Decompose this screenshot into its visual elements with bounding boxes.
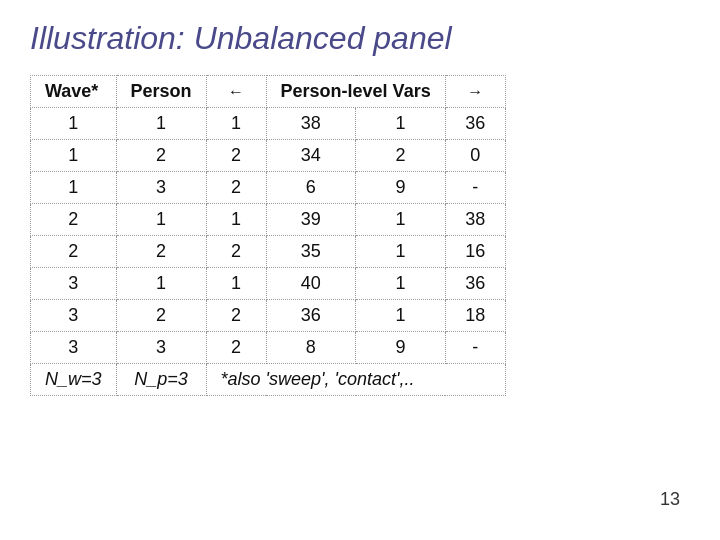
cell-wave: 1 — [31, 140, 117, 172]
cell-person: 1 — [116, 204, 206, 236]
cell-wave: 1 — [31, 108, 117, 140]
table-footer-row: N_w=3 N_p=3 *also 'sweep', 'contact',.. — [31, 364, 506, 396]
cell-person: 2 — [116, 140, 206, 172]
cell-c3: 1 — [356, 204, 446, 236]
cell-c2: 34 — [266, 140, 356, 172]
cell-c2: 38 — [266, 108, 356, 140]
cell-c4: 36 — [445, 268, 505, 300]
cell-c4: 0 — [445, 140, 505, 172]
cell-wave: 2 — [31, 204, 117, 236]
col-header-person: Person — [116, 76, 206, 108]
cell-person: 1 — [116, 268, 206, 300]
table-wrapper: Wave* Person ← Person-level Vars → 1 1 1… — [30, 75, 690, 520]
cell-c3: 9 — [356, 332, 446, 364]
cell-person: 2 — [116, 236, 206, 268]
table-row: 2 2 2 35 1 16 — [31, 236, 506, 268]
cell-c1: 2 — [206, 140, 266, 172]
cell-c1: 2 — [206, 332, 266, 364]
table-row: 1 1 1 38 1 36 — [31, 108, 506, 140]
cell-wave: 3 — [31, 332, 117, 364]
cell-person: 1 — [116, 108, 206, 140]
col-header-arrow-left: ← — [206, 76, 266, 108]
footer-person: N_p=3 — [116, 364, 206, 396]
table-row: 1 2 2 34 2 0 — [31, 140, 506, 172]
cell-person: 3 — [116, 332, 206, 364]
cell-c2: 39 — [266, 204, 356, 236]
cell-c3: 9 — [356, 172, 446, 204]
cell-c1: 2 — [206, 236, 266, 268]
cell-wave: 3 — [31, 268, 117, 300]
table-row: 1 3 2 6 9 - — [31, 172, 506, 204]
cell-c2: 35 — [266, 236, 356, 268]
cell-c1: 1 — [206, 268, 266, 300]
table-row: 3 2 2 36 1 18 — [31, 300, 506, 332]
cell-c3: 1 — [356, 236, 446, 268]
cell-c2: 40 — [266, 268, 356, 300]
col-header-arrow-right: → — [445, 76, 505, 108]
table-row: 2 1 1 39 1 38 — [31, 204, 506, 236]
page-number: 13 — [660, 489, 680, 510]
cell-c3: 1 — [356, 268, 446, 300]
table-row: 3 3 2 8 9 - — [31, 332, 506, 364]
cell-c3: 1 — [356, 300, 446, 332]
cell-person: 2 — [116, 300, 206, 332]
cell-c4: - — [445, 172, 505, 204]
cell-wave: 2 — [31, 236, 117, 268]
cell-person: 3 — [116, 172, 206, 204]
cell-c2: 36 — [266, 300, 356, 332]
page: Illustration: Unbalanced panel Wave* Per… — [0, 0, 720, 540]
cell-c4: 38 — [445, 204, 505, 236]
cell-wave: 1 — [31, 172, 117, 204]
cell-c1: 2 — [206, 300, 266, 332]
cell-c4: 18 — [445, 300, 505, 332]
cell-c4: - — [445, 332, 505, 364]
cell-c4: 36 — [445, 108, 505, 140]
cell-c3: 2 — [356, 140, 446, 172]
cell-c1: 1 — [206, 204, 266, 236]
col-header-plv: Person-level Vars — [266, 76, 445, 108]
data-table: Wave* Person ← Person-level Vars → 1 1 1… — [30, 75, 506, 396]
cell-c1: 1 — [206, 108, 266, 140]
table-row: 3 1 1 40 1 36 — [31, 268, 506, 300]
cell-c4: 16 — [445, 236, 505, 268]
cell-wave: 3 — [31, 300, 117, 332]
page-title: Illustration: Unbalanced panel — [30, 20, 690, 57]
cell-c1: 2 — [206, 172, 266, 204]
col-header-wave: Wave* — [31, 76, 117, 108]
cell-c3: 1 — [356, 108, 446, 140]
footer-wave: N_w=3 — [31, 364, 117, 396]
cell-c2: 6 — [266, 172, 356, 204]
footer-note: *also 'sweep', 'contact',.. — [206, 364, 505, 396]
cell-c2: 8 — [266, 332, 356, 364]
